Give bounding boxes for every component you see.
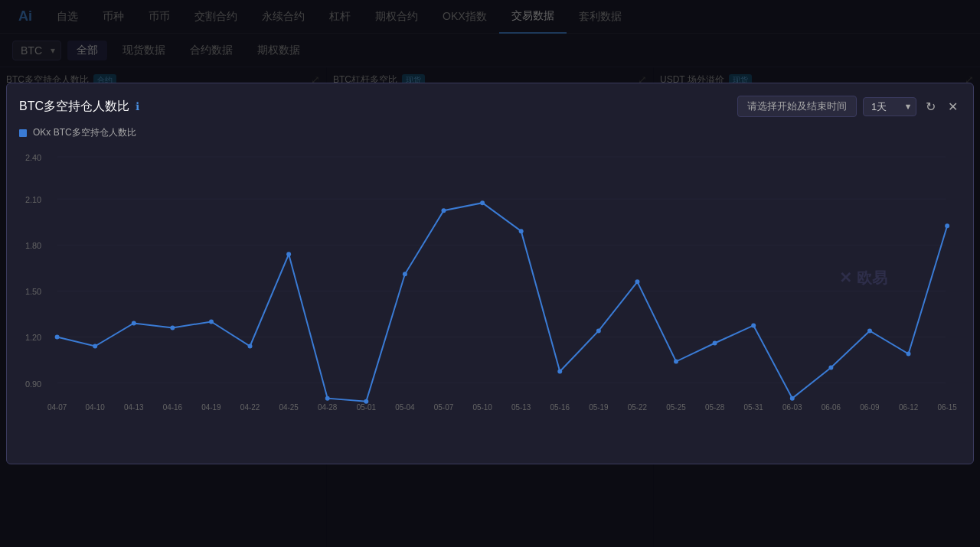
svg-text:05-19: 05-19	[589, 403, 609, 412]
svg-text:04-25: 04-25	[279, 403, 299, 412]
svg-point-44	[93, 344, 97, 348]
legend-dot	[19, 129, 27, 137]
svg-text:06-03: 06-03	[782, 403, 802, 412]
info-icon[interactable]: ℹ	[136, 100, 139, 112]
svg-text:06-09: 06-09	[860, 403, 880, 412]
svg-point-55	[519, 229, 524, 233]
svg-point-56	[557, 370, 562, 374]
svg-point-47	[209, 319, 214, 324]
svg-point-54	[480, 200, 485, 205]
svg-text:05-31: 05-31	[744, 403, 764, 412]
svg-point-49	[286, 252, 291, 256]
svg-point-61	[751, 323, 756, 327]
close-button[interactable]: ✕	[945, 96, 961, 117]
svg-text:06-06: 06-06	[822, 403, 841, 412]
svg-point-46	[170, 325, 175, 330]
svg-text:06-12: 06-12	[899, 403, 919, 412]
svg-text:05-22: 05-22	[628, 403, 648, 412]
svg-point-53	[442, 208, 446, 213]
legend-label: OKx BTC多空持仓人数比	[33, 126, 136, 139]
svg-text:05-13: 05-13	[511, 403, 531, 412]
main-chart-svg: 2.40 2.10 1.80 1.50 1.20 0.90	[19, 145, 961, 452]
svg-text:04-13: 04-13	[124, 403, 144, 412]
svg-text:✕ 欧易: ✕ 欧易	[839, 269, 887, 286]
svg-text:0.90: 0.90	[25, 379, 41, 389]
svg-text:05-16: 05-16	[550, 403, 570, 412]
svg-text:04-07: 04-07	[47, 403, 67, 412]
svg-point-64	[867, 328, 872, 333]
modal-title-text: BTC多空持仓人数比	[19, 99, 129, 115]
svg-text:1.80: 1.80	[25, 241, 41, 250]
modal-container: BTC多空持仓人数比 ℹ 请选择开始及结束时间 1天 4小时 1小时 ▾ ↻ ✕…	[6, 83, 974, 464]
svg-point-63	[828, 366, 833, 370]
refresh-button[interactable]: ↻	[923, 96, 939, 117]
svg-text:04-16: 04-16	[163, 403, 183, 412]
svg-text:2.40: 2.40	[25, 153, 41, 162]
svg-text:1.20: 1.20	[25, 333, 41, 342]
chart-area: 2.40 2.10 1.80 1.50 1.20 0.90	[19, 145, 961, 452]
svg-text:05-25: 05-25	[666, 403, 686, 412]
svg-text:05-28: 05-28	[705, 403, 725, 412]
svg-text:05-10: 05-10	[472, 403, 492, 412]
svg-text:2.10: 2.10	[25, 195, 41, 204]
svg-text:05-07: 05-07	[434, 403, 454, 412]
svg-text:04-10: 04-10	[86, 403, 106, 412]
svg-text:05-01: 05-01	[357, 403, 377, 412]
svg-point-52	[403, 272, 407, 276]
svg-point-45	[132, 321, 136, 325]
svg-point-59	[674, 360, 678, 364]
svg-text:1.50: 1.50	[25, 287, 41, 296]
svg-text:06-15: 06-15	[937, 403, 957, 412]
svg-point-43	[55, 334, 60, 339]
svg-text:05-04: 05-04	[395, 403, 415, 412]
svg-text:04-19: 04-19	[201, 403, 221, 412]
svg-point-48	[248, 344, 253, 348]
svg-text:04-22: 04-22	[240, 403, 260, 412]
svg-point-58	[635, 279, 639, 284]
svg-point-65	[906, 352, 911, 357]
time-select-wrapper[interactable]: 1天 4小时 1小时 ▾	[863, 97, 916, 116]
modal-title-group: BTC多空持仓人数比 ℹ	[19, 99, 139, 115]
svg-point-60	[713, 340, 717, 345]
svg-point-50	[325, 396, 330, 401]
modal-header: BTC多空持仓人数比 ℹ 请选择开始及结束时间 1天 4小时 1小时 ▾ ↻ ✕	[19, 96, 961, 117]
chart-legend: OKx BTC多空持仓人数比	[19, 126, 961, 139]
svg-point-57	[596, 328, 601, 333]
time-period-select[interactable]: 1天 4小时 1小时	[863, 97, 916, 116]
modal-controls: 请选择开始及结束时间 1天 4小时 1小时 ▾ ↻ ✕	[737, 96, 961, 117]
date-picker-button[interactable]: 请选择开始及结束时间	[737, 96, 857, 117]
svg-text:04-28: 04-28	[318, 403, 338, 412]
svg-point-66	[945, 223, 949, 228]
svg-point-62	[790, 396, 795, 401]
